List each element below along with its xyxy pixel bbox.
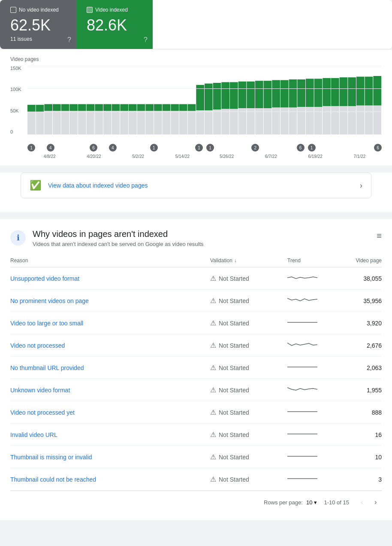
reason-cell[interactable]: Video too large or too small: [10, 320, 210, 327]
grid-line-50k: [27, 112, 382, 112]
annotation-2[interactable]: 2: [251, 144, 259, 152]
chart-x-labels: 4/8/22 4/20/22 5/2/22 5/14/22 5/26/22 6/…: [27, 154, 382, 159]
warning-icon: ⚠: [210, 386, 216, 394]
reason-cell[interactable]: Thumbnail is missing or invalid: [10, 454, 210, 461]
bar-indexed[interactable]: [103, 104, 112, 111]
checkbox-icon: [10, 7, 16, 13]
bar-indexed[interactable]: [247, 82, 255, 108]
reason-cell[interactable]: Thumbnail could not be reached: [10, 476, 210, 483]
bar-indexed[interactable]: [238, 82, 247, 108]
bar-indexed[interactable]: [69, 104, 78, 111]
bar-indexed[interactable]: [213, 83, 221, 109]
bar-indexed[interactable]: [289, 79, 297, 108]
validation-status: Not Started: [219, 387, 249, 394]
bar-indexed[interactable]: [53, 104, 61, 111]
no-video-issues: 11 issues: [10, 36, 66, 42]
annotation-1d[interactable]: 1: [206, 144, 214, 152]
reason-cell[interactable]: Unsupported video format: [10, 275, 210, 282]
reason-cell[interactable]: No prominent videos on page: [10, 297, 210, 304]
no-video-help-icon[interactable]: ?: [67, 36, 71, 44]
trend-sparkline: [287, 317, 317, 328]
bar-indexed[interactable]: [179, 104, 187, 111]
prev-page-button[interactable]: ‹: [356, 496, 368, 508]
bar-indexed[interactable]: [272, 80, 280, 108]
annotation-6c[interactable]: 6: [374, 144, 382, 152]
bar-indexed[interactable]: [331, 78, 339, 106]
bar-indexed[interactable]: [87, 104, 95, 111]
bar-not-indexed: [44, 111, 52, 134]
annotation-4b[interactable]: 4: [109, 144, 117, 152]
bar-indexed[interactable]: [365, 77, 373, 106]
warning-icon: ⚠: [210, 341, 216, 349]
bar-indexed[interactable]: [348, 77, 356, 106]
bar-indexed[interactable]: [95, 104, 103, 111]
bar-indexed[interactable]: [230, 82, 238, 109]
bar-indexed[interactable]: [44, 104, 52, 111]
annotation-1e[interactable]: 1: [308, 144, 316, 152]
reason-cell[interactable]: Video not processed yet: [10, 409, 210, 416]
bar-indexed[interactable]: [137, 104, 145, 111]
bar-indexed[interactable]: [129, 104, 137, 111]
count-cell: 3,920: [339, 320, 382, 327]
trend-cell: [287, 340, 339, 351]
bar-indexed[interactable]: [112, 104, 120, 111]
bar-not-indexed: [196, 110, 204, 134]
bar-indexed[interactable]: [171, 104, 179, 111]
annotation-6b[interactable]: 6: [297, 144, 305, 152]
bar-not-indexed: [230, 109, 238, 134]
bar-indexed[interactable]: [36, 105, 44, 112]
bar-indexed[interactable]: [205, 84, 213, 110]
reason-cell[interactable]: Unknown video format: [10, 387, 210, 394]
trend-sparkline: [287, 451, 317, 461]
bar-indexed[interactable]: [264, 81, 272, 108]
bar-not-indexed: [27, 112, 36, 134]
grid-line-0: [27, 134, 382, 135]
sort-icon[interactable]: ↓: [234, 258, 237, 264]
reason-cell[interactable]: Invalid video URL: [10, 431, 210, 438]
video-indexed-help-icon[interactable]: ?: [144, 36, 148, 44]
warning-icon: ⚠: [210, 431, 216, 439]
bar-indexed[interactable]: [306, 79, 314, 107]
next-page-button[interactable]: ›: [370, 496, 382, 508]
bar-indexed[interactable]: [255, 81, 263, 108]
annotation-6a[interactable]: 6: [90, 144, 97, 152]
count-cell: 888: [339, 409, 382, 416]
filter-icon[interactable]: ≡: [377, 231, 382, 241]
chevron-right-icon: ›: [360, 181, 362, 190]
annotation-1b[interactable]: 1: [150, 144, 158, 152]
bar-not-indexed: [61, 111, 69, 134]
annotation-4[interactable]: 4: [47, 144, 54, 152]
reason-cell[interactable]: No thumbnail URL provided: [10, 364, 210, 371]
bar-indexed[interactable]: [297, 79, 305, 107]
bar-indexed[interactable]: [314, 79, 323, 107]
bar-indexed[interactable]: [78, 104, 86, 111]
section-header: ℹ Why videos in pages aren't indexed Vid…: [10, 219, 382, 254]
bar-indexed[interactable]: [356, 77, 365, 106]
bar-indexed[interactable]: [27, 105, 36, 112]
table-row: Unsupported video format ⚠ Not Started 3…: [10, 267, 382, 290]
bar-indexed[interactable]: [145, 104, 154, 111]
bar-indexed[interactable]: [280, 80, 289, 108]
bar-not-indexed: [205, 110, 213, 134]
rows-per-page-select[interactable]: 10 ▾: [306, 499, 317, 506]
bar-indexed[interactable]: [323, 78, 331, 106]
bar-not-indexed: [95, 111, 103, 134]
annotation-1c[interactable]: 1: [195, 144, 203, 152]
bar-indexed[interactable]: [221, 82, 229, 109]
bar-indexed[interactable]: [188, 104, 196, 111]
count-cell: 1,955: [339, 387, 382, 394]
bar-indexed[interactable]: [373, 76, 381, 106]
table-row: Video not processed yet ⚠ Not Started 88…: [10, 401, 382, 424]
bar-indexed[interactable]: [154, 104, 162, 111]
bar-indexed[interactable]: [340, 77, 348, 106]
view-data-link[interactable]: ✅ View data about indexed video pages ›: [21, 173, 371, 198]
th-validation: Validation ↓: [210, 258, 287, 264]
table-section: ℹ Why videos in pages aren't indexed Vid…: [0, 219, 392, 520]
bar-indexed[interactable]: [163, 104, 171, 111]
annotation-1[interactable]: 1: [27, 144, 35, 152]
validation-cell: ⚠ Not Started: [210, 319, 287, 327]
bar-indexed[interactable]: [61, 104, 69, 111]
bar-indexed[interactable]: [120, 104, 128, 111]
validation-cell: ⚠ Not Started: [210, 408, 287, 416]
reason-cell[interactable]: Video not processed: [10, 342, 210, 349]
